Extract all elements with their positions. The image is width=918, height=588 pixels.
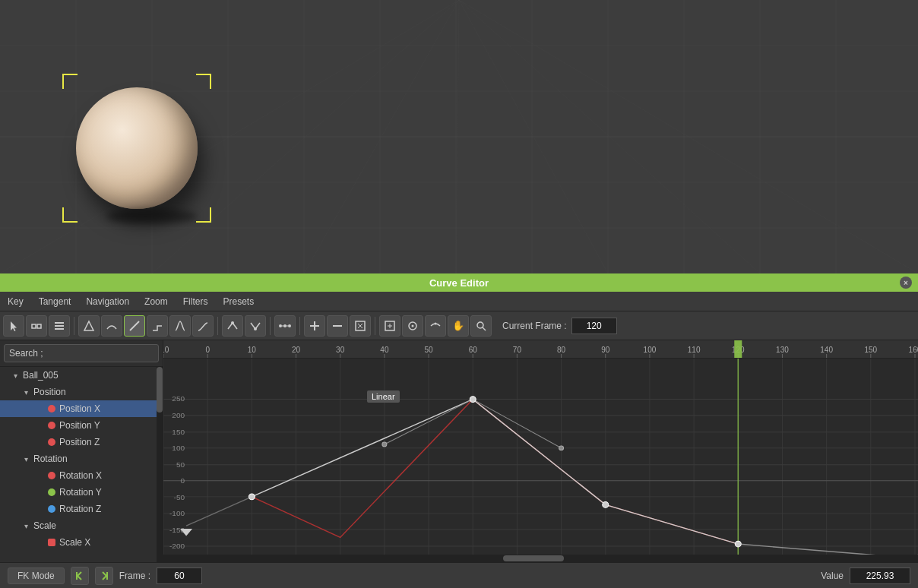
svg-line-31 bbox=[130, 321, 139, 330]
sphere-shadow bbox=[106, 209, 198, 224]
key-flow-button[interactable] bbox=[274, 315, 296, 337]
menu-key[interactable]: Key bbox=[0, 293, 31, 310]
menu-navigation[interactable]: Navigation bbox=[78, 293, 137, 310]
tree-item-pos-x[interactable]: Position X bbox=[0, 400, 163, 417]
remove-key-button[interactable] bbox=[327, 315, 348, 337]
menu-filters[interactable]: Filters bbox=[176, 293, 216, 310]
svg-text:150: 150 bbox=[172, 428, 185, 436]
tree-label-pos-x: Position X bbox=[59, 403, 100, 414]
left-scroll-thumb[interactable] bbox=[157, 367, 163, 413]
tree-arrow-position: ▾ bbox=[24, 388, 33, 397]
svg-rect-25 bbox=[32, 324, 36, 328]
layers-button[interactable] bbox=[49, 315, 70, 337]
current-frame-label: Current Frame : bbox=[502, 321, 567, 331]
svg-text:0: 0 bbox=[205, 346, 210, 354]
tree-label-rot-y: Rotation Y bbox=[59, 487, 102, 498]
key-type-button-1[interactable] bbox=[78, 315, 100, 337]
tree-label-ball: Ball_005 bbox=[23, 370, 59, 381]
search-input[interactable] bbox=[4, 344, 159, 362]
key-type-smooth-button[interactable] bbox=[169, 315, 191, 337]
svg-point-32 bbox=[231, 321, 234, 324]
snap-button[interactable] bbox=[402, 315, 423, 337]
pivot-button[interactable] bbox=[26, 315, 47, 337]
scrollbar-thumb[interactable] bbox=[503, 555, 564, 561]
left-scrollbar[interactable] bbox=[157, 367, 163, 562]
hand-tool-button[interactable]: ✋ bbox=[448, 315, 469, 337]
zoom-tool-button[interactable] bbox=[470, 315, 492, 337]
tree-item-ball[interactable]: ▾ Ball_005 bbox=[0, 367, 163, 384]
svg-point-50 bbox=[435, 322, 437, 324]
tree-item-rot-y[interactable]: Rotation Y bbox=[0, 484, 163, 501]
menu-zoom[interactable]: Zoom bbox=[137, 293, 176, 310]
selection-bracket-br bbox=[196, 207, 211, 223]
svg-point-136 bbox=[559, 446, 564, 450]
toolbar-separator-5 bbox=[375, 317, 375, 335]
svg-text:30: 30 bbox=[336, 346, 345, 354]
svg-line-52 bbox=[483, 327, 486, 330]
tree-label-scale: Scale bbox=[33, 520, 56, 531]
svg-text:50: 50 bbox=[176, 460, 185, 469]
tree-label-scale-x: Scale X bbox=[59, 537, 90, 548]
svg-text:130: 130 bbox=[776, 346, 789, 354]
fk-mode-button[interactable]: FK Mode bbox=[8, 567, 65, 584]
tree-item-pos-y[interactable]: Position Y bbox=[0, 417, 163, 434]
tree-item-position[interactable]: ▾ Position bbox=[0, 384, 163, 400]
tree-item-rotation[interactable]: ▾ Rotation bbox=[0, 450, 163, 467]
tree-item-pos-z[interactable]: Position Z bbox=[0, 434, 163, 450]
tree-label-rot-z: Rotation Z bbox=[59, 504, 101, 514]
frame-nav-prev[interactable] bbox=[71, 567, 89, 585]
toolbar-separator-1 bbox=[74, 317, 74, 335]
svg-text:140: 140 bbox=[820, 346, 833, 354]
tree-label-pos-z: Position Z bbox=[59, 437, 100, 447]
current-frame-input[interactable] bbox=[571, 318, 617, 334]
svg-point-51 bbox=[477, 322, 483, 328]
svg-text:100: 100 bbox=[172, 444, 185, 452]
rot-y-icon bbox=[48, 488, 55, 496]
menu-tangent[interactable]: Tangent bbox=[31, 293, 79, 310]
tangent-button-1[interactable] bbox=[222, 315, 243, 337]
toolbar-separator-3 bbox=[270, 317, 271, 335]
value-input[interactable] bbox=[850, 567, 910, 584]
close-button[interactable]: × bbox=[900, 277, 912, 289]
svg-text:90: 90 bbox=[601, 346, 610, 354]
curve-area[interactable]: -10 0 10 20 30 40 50 60 70 80 90 100 110… bbox=[163, 340, 918, 562]
horizontal-scrollbar[interactable] bbox=[163, 555, 918, 562]
tree-item-scale-x[interactable]: Scale X bbox=[0, 534, 163, 551]
rot-x-icon bbox=[48, 472, 55, 479]
svg-rect-91 bbox=[163, 359, 918, 562]
svg-rect-26 bbox=[37, 324, 41, 328]
tree-item-rot-x[interactable]: Rotation X bbox=[0, 467, 163, 484]
svg-rect-53 bbox=[163, 340, 918, 359]
key-type-stepped-button[interactable] bbox=[147, 315, 168, 337]
svg-text:110: 110 bbox=[688, 346, 701, 354]
add-key-button[interactable] bbox=[304, 315, 325, 337]
svg-rect-28 bbox=[55, 325, 64, 327]
zoom-fit-button[interactable] bbox=[379, 315, 400, 337]
pos-x-icon bbox=[48, 405, 55, 413]
frame-nav-next[interactable] bbox=[95, 567, 113, 585]
selection-bracket-tl bbox=[62, 74, 78, 89]
filter-button[interactable] bbox=[350, 315, 371, 337]
svg-point-33 bbox=[254, 327, 257, 330]
svg-text:70: 70 bbox=[513, 346, 522, 354]
svg-marker-30 bbox=[84, 321, 93, 330]
tree-label-position: Position bbox=[33, 387, 66, 397]
svg-text:-200: -200 bbox=[169, 542, 185, 550]
key-type-flat-button[interactable] bbox=[192, 315, 214, 337]
menu-presets[interactable]: Presets bbox=[215, 293, 261, 310]
sphere-object[interactable] bbox=[76, 87, 198, 209]
svg-point-35 bbox=[283, 324, 286, 327]
value-label: Value bbox=[821, 571, 844, 581]
select-tool-button[interactable] bbox=[3, 315, 24, 337]
svg-text:250: 250 bbox=[172, 395, 185, 403]
key-type-button-2[interactable] bbox=[101, 315, 122, 337]
left-panel: ▾ Ball_005 ▾ Position Position X bbox=[0, 340, 163, 562]
time-ruler: -10 0 10 20 30 40 50 60 70 80 90 100 110… bbox=[163, 340, 918, 359]
frame-input[interactable] bbox=[157, 567, 202, 584]
tangent-type-button[interactable] bbox=[425, 315, 446, 337]
key-type-linear-button[interactable] bbox=[124, 315, 145, 337]
tangent-button-2[interactable] bbox=[245, 315, 266, 337]
tree-item-scale[interactable]: ▾ Scale bbox=[0, 517, 163, 534]
svg-text:40: 40 bbox=[380, 346, 389, 354]
tree-item-rot-z[interactable]: Rotation Z bbox=[0, 501, 163, 517]
